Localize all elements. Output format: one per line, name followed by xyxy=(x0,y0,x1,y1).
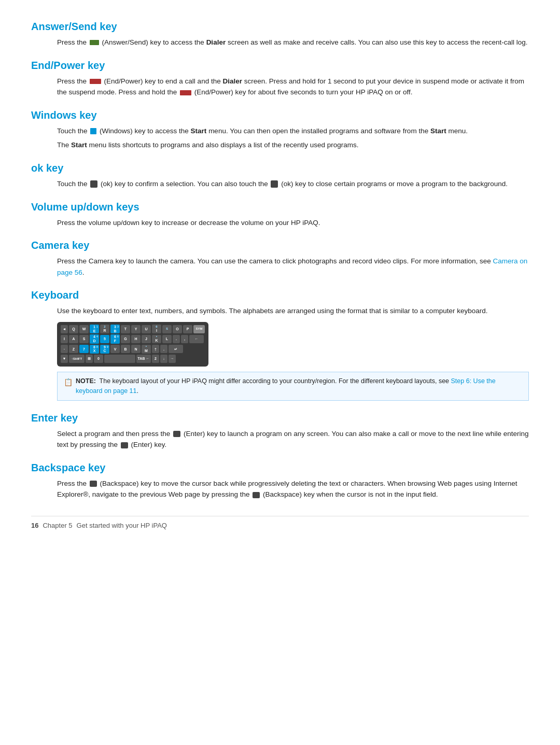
kb-key-c9: 99C xyxy=(100,345,109,354)
kb-row-1: ◄ Q W 11E 2R 33B T Y U 6I S O P SYM xyxy=(61,325,205,333)
footer-page-number: 16 xyxy=(31,522,38,529)
kb-key-right: → xyxy=(169,355,176,363)
para-windows-2: The Start menu lists shortcuts to progra… xyxy=(57,139,529,151)
para-answer-send: Press the (Answer/Send) key to access th… xyxy=(57,37,529,48)
section-keyboard: Keyboard Use the keyboard to enter text,… xyxy=(31,289,529,400)
title-windows: Windows key xyxy=(31,109,529,121)
kb-row-2: I A S 44D 5 66F G H J *K L . , ← xyxy=(61,334,205,343)
para-camera: Press the Camera key to launch the camer… xyxy=(57,256,529,278)
para-ok: Touch the (ok) key to confirm a selectio… xyxy=(57,178,529,190)
para-enter: Select a program and then press the (Ent… xyxy=(57,428,529,451)
kb-key-i-num: 6I xyxy=(152,325,161,333)
kb-key-comma: , xyxy=(181,335,188,343)
kb-key-period: . xyxy=(160,345,167,353)
kb-key-d: 44D xyxy=(90,334,99,343)
windows-icon xyxy=(90,128,96,134)
kb-key-s-num: S xyxy=(162,325,172,333)
body-ok: Touch the (ok) key to confirm a selectio… xyxy=(31,178,529,190)
para-windows-1: Touch the (Windows) key to access the St… xyxy=(57,125,529,137)
kb-key-b2: B xyxy=(121,345,130,353)
section-camera: Camera key Press the Camera key to launc… xyxy=(31,240,529,278)
kb-key-7: 7 xyxy=(79,345,89,353)
kb-key-y: Y xyxy=(131,325,141,333)
kb-key-2b: 2 xyxy=(152,355,159,363)
kb-key-5: 5 xyxy=(100,335,109,343)
kb-key-p: P xyxy=(183,325,192,333)
kb-key-row4-arrow: ▼ xyxy=(61,355,68,363)
body-camera: Press the Camera key to launch the camer… xyxy=(31,256,529,278)
kb-key-backspace: ← xyxy=(189,335,204,343)
kb-key-f6: 66F xyxy=(110,334,120,343)
title-enter: Enter key xyxy=(31,412,529,424)
para-end-power: Press the (End/Power) key to end a call … xyxy=(57,76,529,98)
note-text: NOTE: The keyboard layout of your HP iPA… xyxy=(76,376,522,396)
keyboard-image: ◄ Q W 11E 2R 33B T Y U 6I S O P SYM xyxy=(57,322,529,367)
body-backspace: Press the (Backspace) key to move the cu… xyxy=(31,478,529,500)
ok-icon-2 xyxy=(271,180,278,188)
section-volume: Volume up/down keys Press the volume up/… xyxy=(31,201,529,229)
section-ok: ok key Touch the (ok) key to confirm a s… xyxy=(31,162,529,190)
keyboard-link[interactable]: Step 6: Use the keyboard on page 11 xyxy=(76,377,496,395)
kb-key-sym: SYM xyxy=(193,325,205,333)
title-end-power: End/Power key xyxy=(31,60,529,72)
note-icon: 📋 xyxy=(64,377,73,388)
body-enter: Select a program and then press the (Ent… xyxy=(31,428,529,451)
kb-key-r-num2: 2R xyxy=(100,325,109,333)
section-backspace: Backspace key Press the (Backspace) key … xyxy=(31,462,529,500)
end-power-icon-2 xyxy=(180,90,191,95)
kb-key-w: W xyxy=(79,325,89,333)
footer-chapter: Chapter 5 xyxy=(43,522,72,529)
kb-key-s: S xyxy=(79,335,89,343)
enter-icon-2 xyxy=(121,442,128,448)
kb-key-v: V xyxy=(110,345,120,353)
keyboard-note-box: 📋 NOTE: The keyboard layout of your HP i… xyxy=(57,372,529,401)
kb-key-j: J xyxy=(142,335,151,343)
kb-key-e: 11E xyxy=(90,325,99,333)
kb-key-z: Z xyxy=(69,345,78,353)
body-keyboard: Use the keyboard to enter text, numbers,… xyxy=(31,305,529,400)
para-backspace: Press the (Backspace) key to move the cu… xyxy=(57,478,529,500)
ok-icon xyxy=(90,180,97,188)
kb-key-h: H xyxy=(131,335,141,343)
kb-key-enter: ↵ xyxy=(169,345,183,353)
title-volume: Volume up/down keys xyxy=(31,201,529,213)
kb-key-hash: † xyxy=(152,345,159,353)
kb-key-alt: ⊞ xyxy=(86,355,93,363)
section-enter: Enter key Select a program and then pres… xyxy=(31,412,529,451)
kb-key-q: Q xyxy=(69,325,78,333)
kb-key-m: *M xyxy=(142,345,151,353)
note-label: NOTE: xyxy=(76,377,96,385)
backspace-icon-2 xyxy=(253,492,260,498)
kb-key-dot: . xyxy=(173,335,180,343)
kb-key-o: O xyxy=(173,325,182,333)
kb-key-a: A xyxy=(69,335,78,343)
kb-key-tab: TAB ← xyxy=(136,355,151,363)
kb-key-space xyxy=(104,355,135,363)
section-answer-send: Answer/Send key Press the (Answer/Send) … xyxy=(31,21,529,48)
body-volume: Press the volume up/down key to increase… xyxy=(31,217,529,229)
end-power-icon xyxy=(90,79,101,84)
kb-key-row3-dot: · xyxy=(61,345,68,353)
title-answer-send: Answer/Send key xyxy=(31,21,529,33)
kb-row-3: · Z 7 88X 99C V B N *M † . ↵ xyxy=(61,345,205,354)
kb-key-k: *K xyxy=(152,335,161,343)
body-end-power: Press the (End/Power) key to end a call … xyxy=(31,76,529,98)
title-backspace: Backspace key xyxy=(31,462,529,474)
footer-chapter-text: Get started with your HP iPAQ xyxy=(77,522,167,529)
answer-send-icon xyxy=(90,40,99,45)
backspace-icon xyxy=(90,481,97,487)
para-volume: Press the volume up/down key to increase… xyxy=(57,217,529,229)
body-windows: Touch the (Windows) key to access the St… xyxy=(31,125,529,151)
kb-key-g: G xyxy=(121,335,130,343)
footer: 16 Chapter 5 Get started with your HP iP… xyxy=(31,516,529,529)
kb-key-l: L xyxy=(162,335,172,343)
kb-key-t: T xyxy=(121,325,130,333)
kb-key-n: N xyxy=(131,345,141,353)
kb-key-tab-arrow: ◄ xyxy=(61,325,68,333)
kb-key-u: U xyxy=(142,325,151,333)
kb-key-x8: 88X xyxy=(90,345,99,354)
section-end-power: End/Power key Press the (End/Power) key … xyxy=(31,60,529,98)
kb-key-b: 33B xyxy=(110,325,120,333)
title-ok: ok key xyxy=(31,162,529,174)
camera-link[interactable]: Camera on page 56 xyxy=(57,257,527,276)
